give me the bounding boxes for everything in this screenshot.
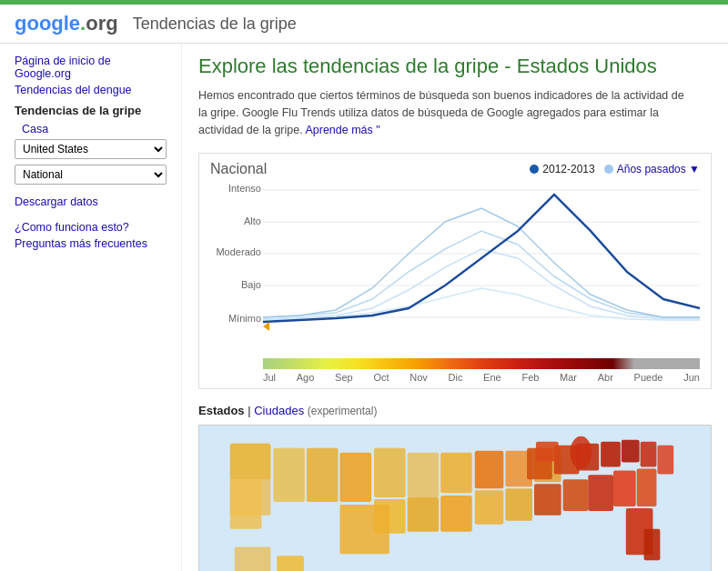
states-header: Estados | Ciudades (experimental) <box>198 404 712 417</box>
chart-section: Nacional 2012-2013 Años pasados ▼ <box>198 153 712 389</box>
x-label-nov: Nov <box>410 372 428 383</box>
x-label-mar: Mar <box>560 372 577 383</box>
svg-rect-34 <box>408 497 440 532</box>
x-label-jul: Jul <box>263 372 276 383</box>
map-area <box>198 425 712 571</box>
svg-rect-8 <box>230 444 270 480</box>
svg-rect-27 <box>505 488 532 521</box>
legend-past-label: Años pasados <box>617 163 686 175</box>
chart-legend: 2012-2013 Años pasados ▼ <box>530 163 700 175</box>
svg-rect-38 <box>644 529 661 561</box>
description: Hemos encontrado que ciertos términos de… <box>198 87 690 138</box>
svg-rect-11 <box>307 448 339 502</box>
map-svg <box>199 426 711 571</box>
y-label-moderado: Moderado <box>216 246 261 257</box>
svg-rect-12 <box>339 453 371 502</box>
svg-rect-39 <box>235 547 271 571</box>
sidebar-link-dengue[interactable]: Tendencias del dengue <box>15 84 167 96</box>
x-label-ene: Ene <box>483 372 501 383</box>
x-label-feb: Feb <box>521 372 539 383</box>
header: google.org Tendencias de la gripe <box>0 5 728 44</box>
header-title: Tendencias de la gripe <box>133 15 297 34</box>
y-label-alto: Alto <box>244 215 261 226</box>
x-label-ago: Ago <box>297 372 315 383</box>
svg-rect-10 <box>273 448 305 502</box>
main-content: Explore las tendencias de la gripe - Est… <box>182 44 728 571</box>
svg-rect-22 <box>601 442 621 467</box>
legend-current-label: 2012-2013 <box>542 163 594 175</box>
svg-rect-9 <box>230 480 262 529</box>
svg-rect-15 <box>440 453 472 493</box>
chart-header: Nacional 2012-2013 Años pasados ▼ <box>199 154 711 181</box>
sidebar-link-faq[interactable]: Preguntas más frecuentes <box>15 237 167 250</box>
chart-svg <box>263 181 700 331</box>
svg-rect-25 <box>657 446 673 475</box>
svg-marker-5 <box>263 322 269 331</box>
legend-past: Años pasados ▼ <box>604 163 700 175</box>
legend-current: 2012-2013 <box>530 163 594 175</box>
legend-past-link[interactable]: Años pasados ▼ <box>617 163 700 175</box>
svg-rect-29 <box>563 480 589 512</box>
x-label-oct: Oct <box>373 372 389 383</box>
cities-link[interactable]: Ciudades <box>254 404 304 417</box>
sidebar-section-title: Tendencias de la gripe <box>15 104 167 117</box>
svg-rect-16 <box>475 451 504 489</box>
y-label-intenso: Intenso <box>228 183 261 194</box>
description-text: Hemos encontrado que ciertos términos de… <box>198 89 684 136</box>
svg-rect-26 <box>475 490 504 525</box>
svg-rect-30 <box>588 476 613 512</box>
svg-rect-13 <box>374 448 406 497</box>
logo-google: google <box>15 12 80 35</box>
color-scale <box>263 358 700 369</box>
states-section: Estados | Ciudades (experimental) <box>198 404 712 571</box>
x-label-sep: Sep <box>335 372 353 383</box>
x-label-abr: Abr <box>598 372 613 383</box>
sidebar-link-how[interactable]: ¿Como funciona esto? <box>15 221 167 234</box>
svg-rect-36 <box>339 505 389 554</box>
svg-rect-32 <box>637 469 657 507</box>
svg-rect-41 <box>536 442 559 462</box>
page-title: Explore las tendencias de la gripe - Est… <box>198 55 712 78</box>
sidebar: Página de inicio de Google.org Tendencia… <box>0 44 182 571</box>
chart-title: Nacional <box>210 161 267 177</box>
x-label-dic: Dic <box>449 372 463 383</box>
sidebar-link-homepage[interactable]: Página de inicio de Google.org <box>15 55 167 80</box>
svg-rect-35 <box>440 496 472 532</box>
states-label: Estados <box>198 404 245 417</box>
svg-rect-23 <box>622 440 640 463</box>
region-dropdown[interactable]: NationalStateCity <box>15 165 167 185</box>
logo-org: org <box>86 12 117 35</box>
x-label-puede: Puede <box>634 372 663 383</box>
x-label-jun: Jun <box>683 372 700 383</box>
y-label-minimo: Mínimo <box>228 313 261 324</box>
svg-rect-14 <box>408 453 440 497</box>
svg-rect-40 <box>277 556 304 571</box>
sidebar-link-casa[interactable]: Casa <box>22 123 167 135</box>
logo: google.org <box>15 12 118 35</box>
learn-more-link[interactable]: Aprende más " <box>305 124 379 136</box>
svg-rect-28 <box>534 485 561 516</box>
legend-dot-current <box>530 165 539 174</box>
legend-dot-past <box>604 165 613 174</box>
sidebar-link-download[interactable]: Descargar datos <box>15 195 167 208</box>
layout: Página de inicio de Google.org Tendencia… <box>0 44 728 571</box>
svg-point-42 <box>571 436 592 469</box>
y-label-bajo: Bajo <box>241 279 261 290</box>
svg-rect-24 <box>641 442 657 467</box>
chart-area: Intenso Alto Moderado Bajo Mínimo <box>199 181 711 358</box>
legend-dropdown-icon: ▼ <box>689 163 700 175</box>
experimental-label: (experimental) <box>308 405 378 417</box>
x-axis: Jul Ago Sep Oct Nov Dic Ene Feb Mar Abr … <box>199 369 711 388</box>
svg-rect-31 <box>613 471 636 507</box>
country-dropdown[interactable]: United StatesMexicoArgentinaSpain <box>15 139 167 159</box>
